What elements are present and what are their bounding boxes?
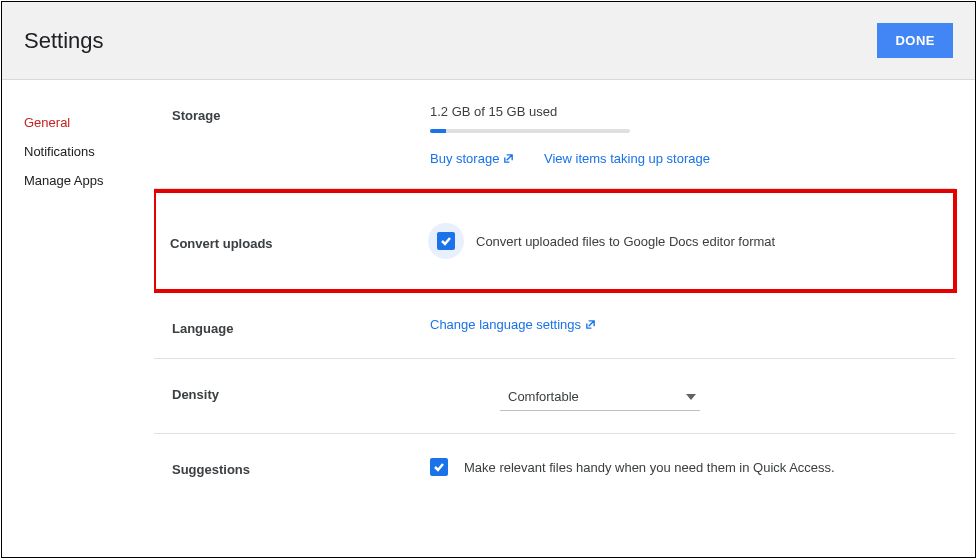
language-label: Language xyxy=(172,317,430,336)
convert-uploads-content: Convert uploaded files to Google Docs ed… xyxy=(428,223,939,259)
storage-label: Storage xyxy=(172,104,430,123)
density-select[interactable]: Comfortable xyxy=(500,383,700,411)
page-title: Settings xyxy=(24,28,104,54)
convert-uploads-checkbox-label: Convert uploaded files to Google Docs ed… xyxy=(476,234,775,249)
density-content: Comfortable xyxy=(430,383,937,411)
sidebar: General Notifications Manage Apps xyxy=(2,80,154,557)
density-label: Density xyxy=(172,383,430,402)
convert-uploads-label: Convert uploads xyxy=(170,232,428,251)
storage-progress xyxy=(430,129,630,133)
storage-usage-text: 1.2 GB of 15 GB used xyxy=(430,104,937,119)
done-button[interactable]: DONE xyxy=(877,23,953,58)
storage-progress-fill xyxy=(430,129,446,133)
body: General Notifications Manage Apps Storag… xyxy=(2,80,975,557)
suggestions-content: Make relevant files handy when you need … xyxy=(430,458,937,476)
convert-uploads-checkbox[interactable] xyxy=(437,232,455,250)
view-storage-items-link[interactable]: View items taking up storage xyxy=(544,151,710,166)
density-select-value: Comfortable xyxy=(508,389,579,404)
check-icon xyxy=(440,235,452,247)
header: Settings DONE xyxy=(2,2,975,80)
external-link-icon xyxy=(585,319,596,330)
buy-storage-text: Buy storage xyxy=(430,151,499,166)
suggestions-checkbox-wrap: Make relevant files handy when you need … xyxy=(430,458,835,476)
chevron-down-icon xyxy=(686,394,696,400)
row-convert-uploads: Convert uploads Convert uploaded files t… xyxy=(154,189,957,293)
row-suggestions: Suggestions Make relevant files handy wh… xyxy=(154,434,955,499)
external-link-icon xyxy=(503,153,514,164)
change-language-link[interactable]: Change language settings xyxy=(430,317,596,332)
view-storage-items-text: View items taking up storage xyxy=(544,151,710,166)
row-storage: Storage 1.2 GB of 15 GB used Buy storage… xyxy=(154,80,955,189)
buy-storage-link[interactable]: Buy storage xyxy=(430,151,514,166)
suggestions-label: Suggestions xyxy=(172,458,430,477)
language-content: Change language settings xyxy=(430,317,937,332)
check-icon xyxy=(433,461,445,473)
sidebar-item-notifications[interactable]: Notifications xyxy=(24,137,154,166)
settings-dialog: Settings DONE General Notifications Mana… xyxy=(1,1,976,558)
suggestions-checkbox-label: Make relevant files handy when you need … xyxy=(464,460,835,475)
suggestions-checkbox[interactable] xyxy=(430,458,448,476)
sidebar-item-general[interactable]: General xyxy=(24,108,154,137)
checkbox-halo xyxy=(428,223,464,259)
row-density: Density Comfortable xyxy=(154,359,955,434)
storage-content: 1.2 GB of 15 GB used Buy storage View it… xyxy=(430,104,937,166)
convert-uploads-checkbox-wrap: Convert uploaded files to Google Docs ed… xyxy=(428,223,775,259)
sidebar-item-manage-apps[interactable]: Manage Apps xyxy=(24,166,154,195)
content: Storage 1.2 GB of 15 GB used Buy storage… xyxy=(154,80,975,557)
row-language: Language Change language settings xyxy=(154,293,955,359)
change-language-text: Change language settings xyxy=(430,317,581,332)
